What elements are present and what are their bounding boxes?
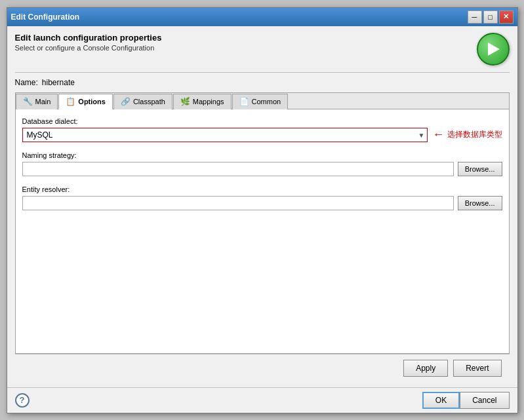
tab-main[interactable]: 🔧 Main (16, 94, 58, 109)
help-button[interactable]: ? (15, 393, 30, 408)
header-subtitle: Select or configure a Console Configurat… (15, 44, 162, 52)
tab-common[interactable]: 📄 Common (232, 94, 289, 109)
play-icon (488, 43, 500, 56)
mappings-icon: 🌿 (180, 97, 190, 106)
naming-strategy-input-row: Browse... (22, 162, 502, 176)
options-tab-content: Database dialect: MySQL PostgreSQL Oracl… (16, 109, 509, 353)
footer-bar: ? OK Cancel (7, 387, 517, 413)
tab-bar: 🔧 Main 📋 Options 🔗 Classpath 🌿 Mappings … (16, 93, 509, 109)
revert-button[interactable]: Revert (453, 360, 501, 377)
tab-options[interactable]: 📋 Options (58, 94, 113, 109)
database-dialect-dropdown-container: MySQL PostgreSQL Oracle SQLServer DB2 H2… (22, 128, 428, 142)
maximize-button[interactable]: □ (483, 10, 498, 24)
window-title: Edit Configuration (11, 12, 80, 22)
header-text: Edit launch configuration properties Sel… (15, 33, 162, 52)
title-bar: Edit Configuration ─ □ ✕ (7, 8, 517, 26)
entity-resolver-group: Entity resolver: Browse... (22, 185, 502, 210)
tab-panel: 🔧 Main 📋 Options 🔗 Classpath 🌿 Mappings … (15, 92, 510, 354)
naming-strategy-label: Naming strategy: (22, 151, 502, 159)
run-button[interactable] (477, 33, 510, 66)
common-icon: 📄 (239, 97, 249, 106)
tab-classpath[interactable]: 🔗 Classpath (113, 94, 172, 109)
wrench-icon: 🔧 (23, 97, 33, 106)
header-section: Edit launch configuration properties Sel… (15, 33, 510, 66)
ok-button[interactable]: OK (422, 392, 460, 409)
minimize-button[interactable]: ─ (468, 10, 482, 24)
database-dialect-label: Database dialect: (22, 117, 502, 125)
name-value: hibernate (42, 78, 75, 87)
naming-strategy-browse-button[interactable]: Browse... (458, 162, 502, 176)
naming-strategy-group: Naming strategy: Browse... (22, 151, 502, 176)
entity-resolver-input-row: Browse... (22, 196, 502, 210)
database-dialect-select[interactable]: MySQL PostgreSQL Oracle SQLServer DB2 H2… (22, 128, 428, 142)
entity-resolver-label: Entity resolver: (22, 185, 502, 193)
tab-main-label: Main (35, 98, 51, 105)
entity-resolver-input[interactable] (22, 196, 454, 210)
annotation-text: 选择数据库类型 (447, 129, 502, 140)
title-bar-buttons: ─ □ ✕ (468, 10, 514, 24)
tab-classpath-label: Classpath (133, 98, 165, 105)
header-divider (15, 72, 510, 73)
edit-configuration-window: Edit Configuration ─ □ ✕ Edit launch con… (7, 7, 518, 413)
tab-mappings-label: Mappings (193, 98, 224, 105)
entity-resolver-browse-button[interactable]: Browse... (458, 196, 502, 210)
options-icon: 📋 (66, 97, 75, 106)
tab-options-label: Options (78, 98, 106, 105)
database-dialect-group: Database dialect: MySQL PostgreSQL Oracl… (22, 117, 502, 142)
database-dialect-row: MySQL PostgreSQL Oracle SQLServer DB2 H2… (22, 128, 502, 142)
tab-common-label: Common (252, 98, 281, 105)
apply-revert-bar: Apply Revert (15, 354, 510, 382)
cancel-button[interactable]: Cancel (460, 392, 509, 409)
naming-strategy-input[interactable] (22, 162, 454, 176)
red-arrow-icon: ← (433, 128, 445, 142)
name-label: Name: (15, 78, 38, 87)
name-row: Name: hibernate (15, 78, 510, 87)
close-button[interactable]: ✕ (499, 10, 514, 24)
header-title: Edit launch configuration properties (15, 33, 162, 43)
classpath-icon: 🔗 (121, 97, 131, 106)
tab-mappings[interactable]: 🌿 Mappings (173, 94, 232, 109)
content-area: Edit launch configuration properties Sel… (7, 26, 517, 387)
apply-button[interactable]: Apply (403, 360, 448, 377)
annotation-arrow-group: ← 选择数据库类型 (433, 128, 502, 142)
